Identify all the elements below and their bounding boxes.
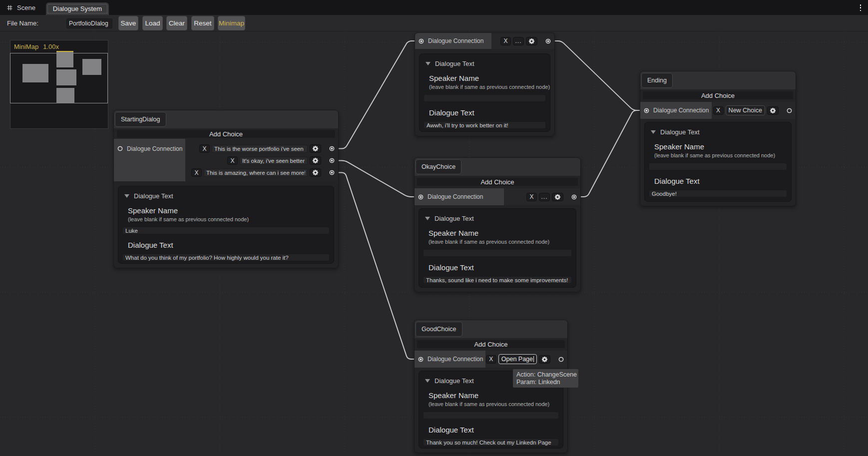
dialogue-text-foldout[interactable]: Dialogue Text bbox=[425, 214, 576, 222]
save-button[interactable]: Save bbox=[118, 16, 138, 30]
choice-settings-button[interactable] bbox=[552, 193, 563, 201]
input-port-icon[interactable] bbox=[117, 146, 123, 151]
node-title-bar: Ending bbox=[640, 71, 796, 89]
load-button[interactable]: Load bbox=[142, 16, 163, 30]
dialogue-text-foldout[interactable]: Dialogue Text bbox=[651, 128, 791, 136]
minimap-title: MiniMap bbox=[14, 43, 38, 50]
node-title-field[interactable]: OkayChoice bbox=[416, 159, 461, 174]
edge-connection[interactable] bbox=[338, 173, 415, 360]
node-starting-dialog[interactable]: StartingDialog Add Choice Dialogue Conne… bbox=[113, 110, 339, 268]
dialogue-text-input[interactable] bbox=[122, 254, 330, 261]
speaker-name-input[interactable] bbox=[423, 412, 559, 419]
add-choice-button[interactable]: Add Choice bbox=[417, 340, 565, 348]
tab-dialogue-system[interactable]: Dialogue System bbox=[46, 2, 109, 15]
dialogue-text-foldout[interactable]: Dialogue Text bbox=[124, 192, 334, 200]
edge-connection[interactable] bbox=[580, 110, 640, 197]
speaker-name-input[interactable] bbox=[423, 249, 572, 257]
connection-label: Dialogue Connection bbox=[127, 145, 182, 152]
input-port-cell: Dialogue Connection bbox=[114, 139, 185, 181]
speaker-name-hint: (leave blank if same as previous connect… bbox=[429, 239, 576, 245]
node-title-field[interactable]: GoodChoice bbox=[416, 322, 462, 337]
delete-choice-button[interactable]: X bbox=[486, 355, 496, 364]
choice-text-input[interactable]: New Choice bbox=[726, 105, 765, 115]
dialogue-text-input[interactable] bbox=[424, 121, 546, 129]
output-port-icon[interactable] bbox=[545, 38, 551, 44]
foldout-label: Dialogue Text bbox=[435, 60, 474, 67]
reset-button[interactable]: Reset bbox=[191, 16, 214, 30]
choice-text-input[interactable] bbox=[240, 157, 308, 165]
gear-icon bbox=[312, 157, 319, 164]
output-port-icon[interactable] bbox=[329, 170, 335, 175]
dialogue-text-input[interactable] bbox=[423, 276, 572, 284]
input-port-icon[interactable] bbox=[644, 108, 649, 113]
dialogue-text-heading: Dialogue Text bbox=[429, 426, 563, 434]
choice-settings-button[interactable] bbox=[310, 144, 321, 153]
dialogue-text-panel: Dialogue Text Speaker Name (leave blank … bbox=[419, 53, 550, 132]
tab-scene[interactable]: Scene bbox=[7, 0, 35, 15]
foldout-triangle-icon bbox=[425, 379, 430, 383]
input-port-cell: Dialogue Connection bbox=[415, 351, 485, 368]
choice-settings-button[interactable] bbox=[310, 156, 321, 165]
choice-row: X bbox=[185, 156, 338, 165]
dialogue-tab-label: Dialogue System bbox=[53, 5, 102, 12]
minimap-toggle-button[interactable]: Minimap bbox=[218, 16, 245, 30]
kebab-menu-icon[interactable] bbox=[859, 4, 862, 11]
choice-text-input[interactable] bbox=[212, 145, 308, 153]
clear-button[interactable]: Clear bbox=[166, 16, 187, 30]
add-choice-button[interactable]: Add Choice bbox=[643, 91, 793, 99]
output-port-icon[interactable] bbox=[329, 158, 335, 163]
output-port-icon[interactable] bbox=[571, 194, 577, 200]
speaker-name-input[interactable] bbox=[649, 163, 787, 170]
connection-block: Dialogue Connection X Open Page bbox=[415, 351, 567, 368]
delete-choice-button[interactable]: X bbox=[191, 168, 202, 177]
choice-text-input[interactable]: Open Page bbox=[498, 354, 537, 364]
choice-settings-button[interactable] bbox=[310, 168, 321, 177]
gear-icon bbox=[541, 356, 548, 363]
delete-choice-button[interactable]: X bbox=[526, 193, 537, 201]
connection-block: Dialogue Connection X New Choice bbox=[640, 102, 796, 119]
connection-actions: X ... bbox=[504, 188, 580, 205]
foldout-label: Dialogue Text bbox=[134, 192, 173, 200]
choice-settings-button[interactable] bbox=[767, 106, 779, 115]
choice-settings-button[interactable] bbox=[526, 37, 537, 45]
output-port-icon[interactable] bbox=[558, 357, 564, 362]
speaker-name-input[interactable] bbox=[122, 227, 330, 234]
edge-connection[interactable] bbox=[554, 41, 640, 110]
output-port-icon[interactable] bbox=[787, 108, 792, 113]
speaker-name-heading: Speaker Name bbox=[429, 229, 576, 237]
choice-settings-button[interactable] bbox=[539, 355, 550, 364]
edge-connection[interactable] bbox=[338, 161, 415, 197]
more-options-button[interactable]: ... bbox=[539, 193, 550, 201]
delete-choice-button[interactable]: X bbox=[713, 106, 724, 115]
dialogue-text-foldout[interactable]: Dialogue Text bbox=[426, 59, 550, 67]
input-port-cell: Dialogue Connection bbox=[640, 102, 712, 119]
delete-choice-button[interactable]: X bbox=[500, 37, 511, 45]
foldout-triangle-icon bbox=[425, 217, 430, 220]
file-name-input[interactable] bbox=[66, 18, 112, 28]
node-title-bar: OkayChoice bbox=[415, 158, 580, 176]
output-port-icon[interactable] bbox=[329, 146, 335, 151]
node-ending[interactable]: Ending Add Choice Dialogue Connection X … bbox=[640, 71, 796, 206]
add-choice-button[interactable]: Add Choice bbox=[417, 178, 578, 186]
node-title-field[interactable]: StartingDialog bbox=[115, 112, 166, 127]
speaker-name-heading: Speaker Name bbox=[429, 391, 563, 400]
input-port-icon[interactable] bbox=[419, 38, 424, 44]
node-okay-choice[interactable]: OkayChoice Add Choice Dialogue Connectio… bbox=[414, 157, 581, 292]
more-options-button[interactable]: ... bbox=[513, 37, 524, 45]
minimap-panel[interactable]: MiniMap 1.00x bbox=[10, 40, 108, 129]
input-port-icon[interactable] bbox=[418, 194, 424, 200]
delete-choice-button[interactable]: X bbox=[227, 156, 238, 165]
connection-label: Dialogue Connection bbox=[428, 356, 483, 363]
input-port-cell: Dialogue Connection bbox=[415, 188, 504, 205]
node-title-field[interactable]: Ending bbox=[641, 73, 673, 88]
choice-text-input[interactable] bbox=[204, 169, 308, 177]
dialogue-text-input[interactable] bbox=[649, 190, 787, 197]
input-port-icon[interactable] bbox=[418, 357, 424, 362]
dialogue-text-input[interactable] bbox=[423, 439, 559, 446]
delete-choice-button[interactable]: X bbox=[199, 144, 210, 153]
dialogue-text-heading: Dialogue Text bbox=[128, 241, 334, 249]
add-choice-button[interactable]: Add Choice bbox=[117, 130, 335, 138]
edge-connection[interactable] bbox=[338, 41, 415, 149]
speaker-name-input[interactable] bbox=[424, 94, 546, 102]
node-bad-choice[interactable]: Dialogue Connection X ... Dialogue Text … bbox=[415, 32, 555, 136]
